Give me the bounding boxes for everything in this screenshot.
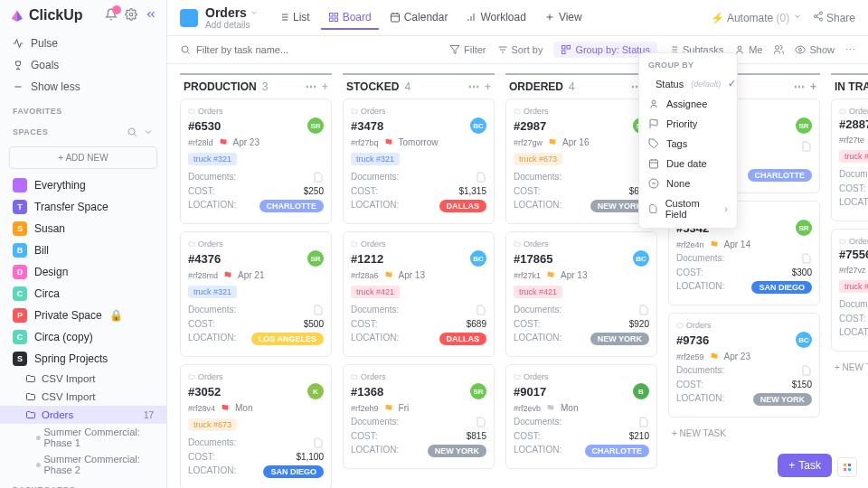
dropdown-item[interactable]: Priority: [639, 114, 737, 134]
logo[interactable]: ClickUp: [9, 7, 83, 23]
tag[interactable]: truck #673: [514, 153, 562, 165]
space-item[interactable]: SSusan: [0, 218, 166, 239]
tag[interactable]: truck #321: [188, 286, 237, 298]
dropdown-item[interactable]: Assignee: [639, 94, 737, 114]
location-badge[interactable]: NEW YORK: [428, 445, 486, 457]
task-card[interactable]: Orders#17865BC#rf27k1Apr 13truck #421Doc…: [505, 231, 657, 357]
location-badge[interactable]: CHARLOTTE: [259, 200, 325, 212]
space-item[interactable]: CCirca (copy): [0, 326, 166, 348]
doc-icon[interactable]: [313, 172, 324, 183]
doc-icon[interactable]: [801, 365, 812, 376]
sidebar-nav-goals[interactable]: Goals: [0, 54, 166, 76]
avatar[interactable]: BC: [470, 117, 486, 134]
view-tab[interactable]: Workload: [458, 6, 533, 30]
add-icon[interactable]: +: [810, 80, 816, 93]
tree-item[interactable]: CSV Import: [0, 370, 166, 388]
view-tab[interactable]: List: [271, 6, 317, 30]
more-icon[interactable]: ⋯: [845, 44, 855, 56]
sidebar-nav-showless[interactable]: Show less: [0, 76, 166, 98]
dropdown-item[interactable]: Tags: [639, 134, 737, 154]
settings-icon[interactable]: [125, 8, 137, 23]
location-badge[interactable]: SAN DIEGO: [263, 465, 324, 478]
location-badge[interactable]: SAN DIEGO: [751, 281, 812, 294]
location-badge[interactable]: CHARLOTTE: [585, 445, 650, 457]
share-button[interactable]: Share: [813, 11, 855, 24]
avatar[interactable]: BC: [633, 250, 649, 267]
add-icon[interactable]: +: [485, 80, 491, 93]
location-badge[interactable]: CHARLOTTE: [748, 169, 813, 182]
task-card[interactable]: Orders#4376SR#rf28mdApr 21truck #321Docu…: [180, 231, 332, 357]
view-tab[interactable]: View: [537, 6, 590, 30]
tag[interactable]: truck #421: [839, 150, 868, 163]
avatar[interactable]: SR: [470, 383, 486, 399]
tag[interactable]: truck #421: [514, 286, 562, 298]
doc-icon[interactable]: [638, 305, 649, 315]
task-card[interactable]: Orders#2887#rf27teFritruck #421Documents…: [831, 99, 868, 221]
task-card[interactable]: Orders#2987SR#rf27gwApr 16truck #673Docu…: [505, 99, 657, 224]
chevron-down-icon[interactable]: [250, 8, 259, 17]
doc-icon[interactable]: [801, 141, 812, 152]
doc-icon[interactable]: [476, 417, 486, 427]
tag[interactable]: truck #321: [351, 153, 400, 165]
more-icon[interactable]: ⋯: [306, 80, 316, 93]
more-icon[interactable]: ⋯: [794, 80, 805, 93]
new-task-button[interactable]: + NEW TASK: [668, 425, 820, 442]
doc-icon[interactable]: [801, 253, 812, 264]
location-badge[interactable]: DALLAS: [439, 200, 487, 212]
me-button[interactable]: Me: [734, 44, 762, 55]
dropdown-item[interactable]: None: [639, 174, 737, 193]
avatar[interactable]: BC: [470, 250, 486, 267]
sortby-button[interactable]: Sort by: [497, 44, 543, 55]
avatar[interactable]: SR: [796, 220, 812, 236]
location-badge[interactable]: DALLAS: [439, 333, 487, 345]
search-icon[interactable]: [127, 127, 137, 137]
avatar[interactable]: SR: [796, 117, 812, 134]
add-icon[interactable]: +: [322, 80, 328, 93]
doc-icon[interactable]: [476, 305, 486, 315]
task-card[interactable]: Orders#3052K#rf28v4Montruck #673Document…: [180, 364, 332, 488]
apps-button[interactable]: [837, 457, 857, 477]
tree-subitem[interactable]: Summer Commercial: Phase 1: [0, 424, 166, 451]
add-new-space[interactable]: + ADD NEW: [9, 146, 157, 169]
avatar[interactable]: SR: [307, 117, 324, 134]
task-card[interactable]: Orders#9736BC#rf2e59Apr 23Documents:COST…: [668, 313, 820, 418]
tag[interactable]: truck #673: [188, 418, 237, 431]
task-card[interactable]: Orders#3478BC#rf27bqTomorrowtruck #321Do…: [343, 99, 495, 224]
new-task-button[interactable]: + NEW TASK: [831, 359, 868, 376]
more-icon[interactable]: ⋯: [468, 80, 479, 93]
collapse-icon[interactable]: [145, 8, 157, 23]
task-card[interactable]: Orders#1212BC#rf28a6Apr 13truck #421Docu…: [343, 231, 495, 357]
sidebar-nav-pulse[interactable]: Pulse: [0, 33, 166, 54]
tree-item[interactable]: CSV Import: [0, 388, 166, 406]
new-task-fab[interactable]: + Task: [778, 454, 832, 477]
dropdown-item[interactable]: Custom Field›: [639, 193, 737, 224]
view-tab[interactable]: Calendar: [382, 6, 456, 30]
space-item[interactable]: TTransfer Space: [0, 196, 166, 218]
dropdown-item[interactable]: Status(default)✓: [639, 73, 737, 94]
location-badge[interactable]: NEW YORK: [753, 393, 812, 406]
doc-icon[interactable]: [313, 437, 324, 448]
subtitle[interactable]: Add details: [205, 20, 259, 30]
filter-button[interactable]: Filter: [449, 44, 486, 55]
space-item[interactable]: CCirca: [0, 283, 166, 305]
chevron-down-icon[interactable]: [143, 127, 154, 137]
space-item[interactable]: Everything: [0, 174, 166, 196]
avatar[interactable]: K: [307, 383, 324, 399]
avatar[interactable]: BC: [796, 332, 812, 348]
task-card[interactable]: Orders#9017B#rf2evbMonDocuments:COST:$21…: [505, 364, 657, 469]
avatar[interactable]: SR: [307, 250, 324, 267]
space-item[interactable]: DDesign: [0, 261, 166, 283]
task-card[interactable]: Orders#6530SR#rf28ldApr 23truck #321Docu…: [180, 99, 332, 224]
page-title[interactable]: Orders: [205, 5, 247, 20]
location-badge[interactable]: LOS ANGELES: [251, 333, 324, 345]
assignees-button[interactable]: [773, 44, 784, 55]
tag[interactable]: truck #421: [351, 286, 400, 298]
doc-icon[interactable]: [638, 417, 649, 427]
doc-icon[interactable]: [313, 305, 324, 315]
dropdown-item[interactable]: Due date: [639, 154, 737, 174]
tree-item[interactable]: Orders17: [0, 406, 166, 424]
space-item[interactable]: BBill: [0, 239, 166, 261]
show-button[interactable]: Show: [795, 44, 835, 55]
space-item[interactable]: PPrivate Space🔒: [0, 305, 166, 326]
space-item[interactable]: SSpring Projects: [0, 348, 166, 370]
